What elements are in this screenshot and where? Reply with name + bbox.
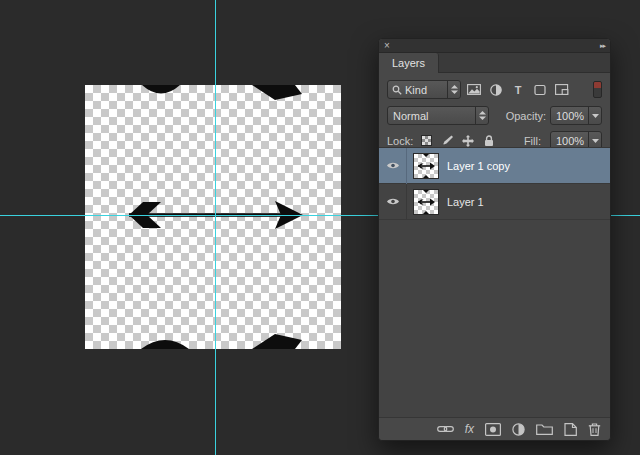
- search-icon: [392, 85, 402, 95]
- layer-row-layer-1[interactable]: Layer 1: [379, 184, 610, 220]
- opacity-label: Opacity:: [506, 110, 546, 122]
- chevron-updown-icon: [447, 81, 460, 98]
- layers-panel-footer: fx: [379, 417, 610, 440]
- thumbnail-arrow-icon: [414, 154, 438, 178]
- panel-controls: Kind: [379, 73, 610, 150]
- eye-icon: [386, 161, 400, 170]
- add-layer-mask-icon[interactable]: [485, 423, 501, 436]
- new-layer-icon[interactable]: [564, 423, 577, 436]
- layers-panel: × ▸▸ Layers Kind: [378, 38, 611, 441]
- layer-thumbnail[interactable]: [413, 189, 439, 215]
- arrow-fragments: [141, 85, 302, 349]
- opacity-value: 100%: [551, 110, 588, 122]
- tab-layers-label: Layers: [392, 57, 425, 69]
- arrow-artwork: [85, 85, 341, 349]
- document-canvas[interactable]: [85, 85, 341, 349]
- blend-mode-value: Normal: [388, 110, 475, 122]
- chevron-updown-icon: [475, 107, 488, 124]
- panel-close-icon[interactable]: ×: [384, 39, 390, 53]
- blend-opacity-row: Normal Opacity: 100%: [387, 106, 602, 125]
- smart-object-filter-icon[interactable]: [553, 81, 571, 99]
- new-group-icon[interactable]: [536, 423, 553, 435]
- fill-label: Fill:: [524, 135, 541, 147]
- fill-value: 100%: [551, 135, 588, 147]
- eye-icon: [386, 197, 400, 206]
- adjustment-layer-filter-icon[interactable]: [487, 81, 505, 99]
- panel-titlebar: × ▸▸: [379, 39, 610, 53]
- pixel-layer-filter-icon[interactable]: [465, 81, 483, 99]
- type-layer-filter-icon[interactable]: T: [509, 81, 527, 99]
- opacity-select[interactable]: 100%: [550, 106, 602, 125]
- visibility-toggle[interactable]: [379, 148, 407, 184]
- layer-filter-row: Kind: [387, 80, 602, 99]
- chevron-down-icon: [588, 107, 601, 124]
- layer-row-layer-1-copy[interactable]: Layer 1 copy: [379, 148, 610, 184]
- layer-name: Layer 1: [447, 196, 484, 208]
- filter-toggle-icon[interactable]: [593, 81, 602, 98]
- panel-collapse-icon[interactable]: ▸▸: [600, 39, 605, 53]
- layer-style-icon[interactable]: fx: [465, 423, 474, 435]
- delete-layer-icon[interactable]: [588, 423, 601, 436]
- lock-label: Lock:: [387, 135, 413, 147]
- photoshop-workspace: × ▸▸ Layers Kind: [0, 0, 640, 455]
- new-adjustment-layer-icon[interactable]: [512, 423, 525, 436]
- visibility-toggle[interactable]: [379, 184, 407, 220]
- panel-tabbar: Layers: [379, 53, 610, 73]
- link-layers-icon[interactable]: [437, 424, 454, 434]
- vertical-guide[interactable]: [215, 0, 216, 455]
- shape-layer-filter-icon[interactable]: [531, 81, 549, 99]
- filter-kind-label: Kind: [402, 84, 447, 96]
- thumbnail-arrow-icon: [414, 190, 438, 214]
- tab-layers[interactable]: Layers: [379, 53, 439, 73]
- filter-kind-select[interactable]: Kind: [387, 80, 461, 99]
- layers-list: Layer 1 copy: [379, 147, 610, 417]
- blend-mode-select[interactable]: Normal: [387, 106, 489, 125]
- layer-thumbnail[interactable]: [413, 153, 439, 179]
- layer-name: Layer 1 copy: [447, 160, 510, 172]
